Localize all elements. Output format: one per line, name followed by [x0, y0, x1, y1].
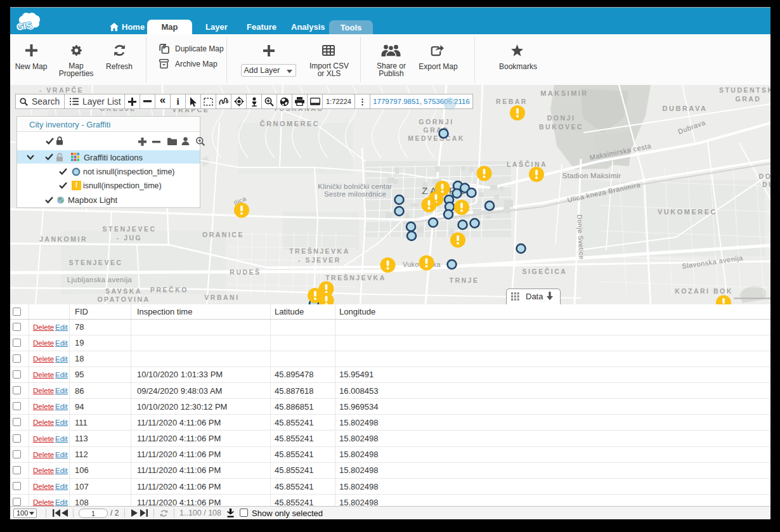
svg-text:ČRNOMEREC: ČRNOMEREC — [260, 120, 320, 127]
svg-text:MEDVEŠČAK: MEDVEŠČAK — [408, 134, 465, 142]
svg-text:Stadion Maksimir: Stadion Maksimir — [562, 172, 621, 179]
svg-text:LAŠČINA: LAŠČINA — [507, 160, 547, 168]
svg-text:Ljubljanska avenija: Ljubljanska avenija — [67, 276, 133, 283]
svg-text:- VRAPČE: - VRAPČE — [39, 86, 84, 94]
svg-text:GRAD: GRAD — [736, 95, 762, 103]
svg-text:KOZARI BOK: KOZARI BOK — [675, 287, 733, 295]
svg-text:GIS: GIS — [16, 20, 32, 32]
svg-text:STENJEVEC: STENJEVEC — [69, 259, 123, 266]
svg-text:DONJI: DONJI — [547, 114, 576, 122]
svg-text:STENJEVEC: STENJEVEC — [103, 225, 157, 233]
svg-text:- JUG: - JUG — [117, 234, 143, 242]
svg-text:VRBANI: VRBANI — [204, 294, 239, 301]
svg-text:DUBRAVA: DUBRAVA — [663, 105, 708, 112]
svg-text:TRNJE: TRNJE — [450, 276, 479, 284]
svg-text:JANKOMIR: JANKOMIR — [39, 235, 88, 243]
svg-text:Klinički bolnički centar: Klinički bolnički centar — [318, 183, 392, 190]
svg-text:BUKOVEC: BUKOVEC — [539, 123, 583, 131]
svg-text:TREŠNJEVKA: TREŠNJEVKA — [325, 274, 386, 282]
svg-text:RUDEŠ: RUDEŠ — [230, 268, 261, 276]
svg-text:OPATOVINA: OPATOVINA — [97, 295, 150, 303]
svg-text:GORNJI: GORNJI — [419, 118, 453, 126]
svg-text:VUKOMEREC: VUKOMEREC — [658, 208, 717, 216]
svg-text:SIGEČICA: SIGEČICA — [523, 268, 568, 275]
svg-text:MAKSIMIR: MAKSIMIR — [540, 89, 588, 97]
svg-text:DON: DON — [759, 172, 770, 180]
svg-text:STUDENTSKI: STUDENTSKI — [719, 86, 770, 94]
svg-text:DU: DU — [762, 181, 770, 188]
svg-text:Sestre milosrdnice: Sestre milosrdnice — [324, 190, 386, 198]
svg-text:- SJEVER: - SJEVER — [298, 256, 341, 264]
svg-text:REBAR: REBAR — [496, 98, 528, 105]
svg-text:ORANICE: ORANICE — [202, 231, 244, 238]
svg-text:PREČKO: PREČKO — [150, 286, 188, 294]
svg-text:SAVSKA: SAVSKA — [105, 287, 142, 295]
svg-text:TREŠNJEVKA: TREŠNJEVKA — [289, 247, 350, 255]
